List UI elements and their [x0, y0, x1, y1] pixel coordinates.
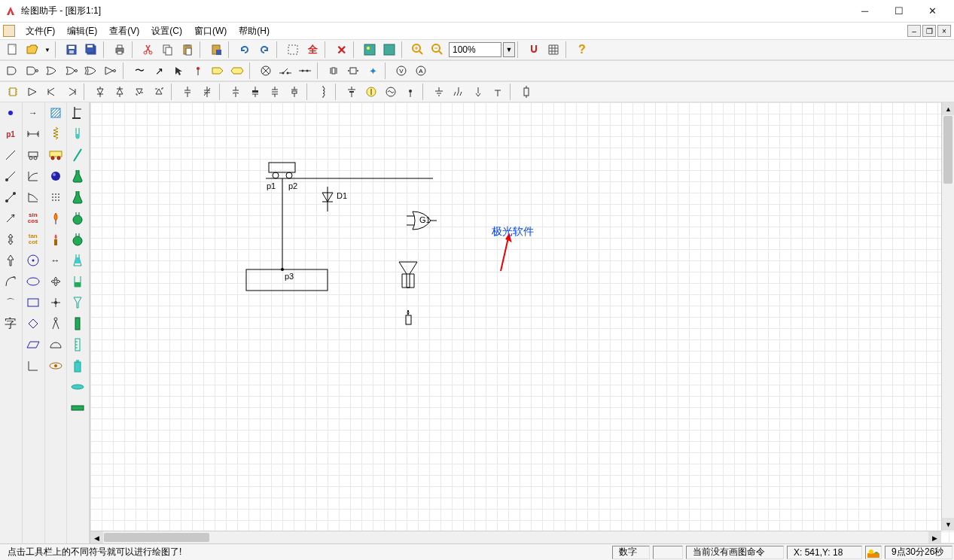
flask2-tool[interactable] — [67, 187, 88, 208]
sincos-tool[interactable]: sincos — [23, 208, 44, 229]
dish-tool[interactable] — [67, 376, 88, 397]
diode-1-icon[interactable] — [91, 83, 109, 101]
cap-var-icon[interactable] — [198, 83, 216, 101]
menu-window[interactable]: 窗口(W) — [188, 23, 233, 39]
point-tool[interactable] — [0, 102, 21, 123]
mdi-close[interactable]: × — [937, 25, 951, 37]
vector-tool[interactable] — [0, 208, 21, 229]
mdi-minimize[interactable]: – — [907, 25, 921, 37]
ammeter-icon[interactable]: A — [412, 62, 430, 80]
arc-tool[interactable]: ⌒ — [0, 292, 21, 313]
wagon-tool[interactable] — [45, 145, 66, 166]
ball-tool[interactable] — [45, 166, 66, 187]
zoom-input[interactable]: 100% — [449, 42, 501, 57]
grid-dots-tool[interactable] — [45, 187, 66, 208]
canvas-viewport[interactable]: p1 p2 p3 D1 G1 极光软件 ▲ ▼ ◀ ▶ — [90, 102, 954, 543]
hatch-tool[interactable] — [45, 102, 66, 123]
snap-button[interactable] — [525, 41, 543, 59]
curve-tool[interactable] — [0, 271, 21, 292]
flask-green-tool[interactable] — [67, 166, 88, 187]
ellipse-tool[interactable] — [23, 271, 44, 292]
erlenmeyer-tool[interactable] — [67, 250, 88, 271]
undo-button[interactable] — [236, 41, 254, 59]
pointer-icon[interactable] — [169, 62, 187, 80]
select-all-button[interactable]: 全 — [303, 41, 322, 59]
cap-polar-4-icon[interactable] — [285, 83, 303, 101]
maximize-button[interactable]: ☐ — [882, 1, 916, 22]
terminal-down-icon[interactable] — [469, 83, 487, 101]
image-tool-2[interactable] — [380, 41, 398, 59]
not-gate-icon[interactable] — [102, 62, 120, 80]
cap-fixed-icon[interactable] — [178, 83, 197, 101]
ground-icon[interactable] — [430, 83, 448, 101]
round-flask2-tool[interactable] — [67, 229, 88, 250]
redo-button[interactable] — [255, 41, 273, 59]
scroll-up-button[interactable]: ▲ — [942, 102, 954, 115]
image-tool-1[interactable] — [361, 41, 379, 59]
lamp-icon[interactable] — [257, 62, 275, 80]
nor-gate-icon[interactable] — [62, 62, 81, 80]
zoom-in-button[interactable] — [409, 41, 427, 59]
paste-special-button[interactable] — [207, 41, 225, 59]
tray-tool[interactable] — [67, 397, 88, 418]
pin-icon[interactable] — [189, 62, 207, 80]
resistor-vert-icon[interactable] — [517, 83, 535, 101]
double-arrow-tool[interactable] — [0, 229, 21, 250]
grad-cylinder-tool[interactable] — [67, 334, 88, 355]
menu-help[interactable]: 帮助(H) — [233, 23, 276, 39]
zener-1-icon[interactable] — [130, 83, 148, 101]
rect-tool[interactable] — [23, 292, 44, 313]
component-box-icon[interactable] — [344, 62, 362, 80]
bottle-tool[interactable] — [67, 355, 88, 376]
save-all-button[interactable] — [82, 41, 100, 59]
cap-polar-1-icon[interactable] — [227, 83, 245, 101]
and-gate-icon[interactable] — [4, 62, 22, 80]
spark-icon[interactable]: ✦ — [364, 62, 382, 80]
grid-button[interactable] — [544, 41, 562, 59]
diode-right-icon[interactable] — [62, 83, 81, 101]
menu-file[interactable]: 文件(F) — [20, 23, 61, 39]
wire-icon[interactable]: 〜 — [130, 62, 148, 80]
nand-gate-icon[interactable] — [23, 62, 41, 80]
terminal-up-icon[interactable] — [489, 83, 507, 101]
help-button[interactable]: ? — [573, 41, 591, 59]
scroll-left-button[interactable]: ◀ — [90, 531, 103, 543]
hexagon-icon[interactable] — [228, 62, 246, 80]
zoom-dropdown[interactable]: ▼ — [503, 42, 515, 57]
cylinder-tool[interactable] — [67, 313, 88, 334]
scroll-down-button[interactable]: ▼ — [942, 518, 954, 531]
diode-left-icon[interactable] — [43, 83, 61, 101]
flame-tool[interactable] — [45, 208, 66, 229]
switch-closed-icon[interactable] — [296, 62, 314, 80]
compass-tool[interactable] — [45, 313, 66, 334]
scroll-right-button[interactable]: ▶ — [928, 531, 941, 543]
ray-tool[interactable] — [0, 166, 21, 187]
scrollbar-vertical[interactable]: ▲ ▼ — [941, 102, 954, 531]
print-button[interactable] — [111, 41, 129, 59]
source-ac-icon[interactable] — [382, 83, 400, 101]
spring-tool[interactable] — [45, 123, 66, 145]
open-dropdown[interactable]: ▼ — [43, 41, 52, 59]
chassis-ground-icon[interactable] — [450, 83, 468, 101]
diamond-tool[interactable] — [23, 313, 44, 334]
menu-view[interactable]: 查看(V) — [103, 23, 145, 39]
line-tool[interactable] — [0, 145, 21, 166]
close-button[interactable]: ✕ — [916, 1, 949, 22]
select-button[interactable] — [284, 41, 302, 59]
cut-button[interactable] — [139, 41, 157, 59]
inductor-icon[interactable] — [314, 83, 332, 101]
ic-chip-icon[interactable] — [4, 83, 22, 101]
parallelogram-tool[interactable] — [23, 334, 44, 355]
minimize-button[interactable]: ─ — [848, 1, 882, 22]
switch-open-icon[interactable] — [276, 62, 294, 80]
testtube-tool[interactable] — [67, 123, 88, 145]
arrow-right-tool[interactable]: → — [23, 102, 44, 123]
tancot-tool[interactable]: tancot — [23, 229, 44, 250]
up-arrow-tool[interactable] — [0, 250, 21, 271]
segment-tool[interactable] — [0, 187, 21, 208]
protractor-tool[interactable] — [45, 334, 66, 355]
crystal-icon[interactable] — [325, 62, 343, 80]
label-tag-icon[interactable] — [209, 62, 227, 80]
cap-polar-3-icon[interactable] — [266, 83, 284, 101]
copy-button[interactable] — [159, 41, 177, 59]
